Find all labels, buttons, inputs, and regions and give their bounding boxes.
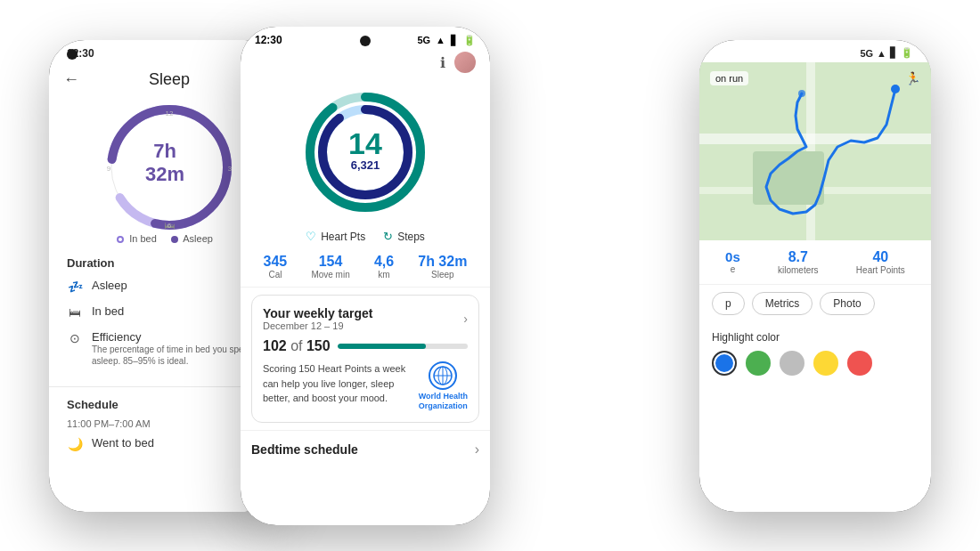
phone-running: 5G ▲ ▋ 🔋 <box>699 40 931 512</box>
wifi-icon: ▲ <box>436 35 445 45</box>
bedtime-chevron-icon: › <box>475 442 479 458</box>
km-run-label: kilometers <box>778 265 819 275</box>
color-gray[interactable] <box>780 351 804 376</box>
km-run-value: 8.7 <box>778 249 819 265</box>
target-description: Scoring 150 Heart Points a week can help… <box>263 361 410 406</box>
color-options <box>712 351 919 376</box>
run-stats-row: 0s e 8.7 kilometers 40 Heart Points <box>699 240 931 285</box>
sleep-value: 7h 32m <box>418 254 467 270</box>
phone-fitness: 12:30 5G ▲ ▋ 🔋 ℹ <box>241 27 490 525</box>
info-icon[interactable]: ℹ <box>440 54 445 71</box>
tab-metrics[interactable]: Metrics <box>752 292 813 315</box>
highlight-color-section: Highlight color <box>699 322 931 385</box>
bedtime-label: Bedtime schedule <box>251 442 358 457</box>
weekly-target-card[interactable]: Your weekly target December 12 – 19 › 10… <box>251 295 479 423</box>
wenttobed-label: Went to bed <box>92 436 263 450</box>
camera-hole-left <box>67 49 78 60</box>
route-svg <box>699 62 931 240</box>
run-stat-km: 8.7 kilometers <box>778 249 819 275</box>
signal-text-right: 5G <box>860 48 873 59</box>
schedule-time: 11:00 PM–7:00 AM <box>67 418 263 429</box>
heart-pts-icon: ♡ <box>306 230 316 243</box>
status-time-center: 12:30 <box>255 34 282 46</box>
map-container: on run 🏃 <box>699 62 931 240</box>
stat-movemin: 154 Move min <box>311 254 349 280</box>
heartpts-legend: ♡ Heart Pts <box>306 230 365 243</box>
map-background: on run 🏃 <box>699 62 931 240</box>
sleep-label: Sleep <box>418 270 467 280</box>
moon-icon: 🌙 <box>67 437 83 451</box>
signal-text-center: 5G <box>417 35 430 45</box>
ring-main-value: 14 <box>348 128 382 158</box>
ring-sub-value: 6,321 <box>348 158 382 172</box>
tab-p[interactable]: p <box>712 292 745 315</box>
stat-cal: 345 Cal <box>264 254 288 280</box>
run-icon: 🏃 <box>905 71 920 85</box>
zzz-icon: 💤 <box>67 280 83 294</box>
camera-hole-center <box>360 36 371 46</box>
signal-bars-right: ▋ <box>890 47 897 59</box>
color-blue[interactable] <box>712 351 737 376</box>
km-label: km <box>374 270 394 280</box>
run-label: on run <box>710 71 748 85</box>
steps-icon: ↻ <box>383 230 393 243</box>
run-stat-heartpts: 40 Heart Points <box>856 249 905 275</box>
cal-label: Cal <box>264 270 288 280</box>
svg-text:6: 6 <box>167 222 172 230</box>
km-value: 4,6 <box>374 254 394 270</box>
back-arrow-icon[interactable]: ← <box>63 70 79 89</box>
sleep-item-wenttobed: 🌙 Went to bed <box>67 434 263 453</box>
tab-photo[interactable]: Photo <box>820 292 874 315</box>
stat-placeholder: 0s e <box>725 249 740 275</box>
fitness-stats-row: 345 Cal 154 Move min 4,6 km 7h 32m Sleep <box>241 247 490 288</box>
sleep-item-asleep: 💤 Asleep <box>67 277 263 296</box>
activity-legend: ♡ Heart Pts ↻ Steps <box>241 223 490 247</box>
sleep-title: Sleep <box>90 70 249 89</box>
svg-point-21 <box>891 85 900 93</box>
stat-km: 4,6 km <box>374 254 394 280</box>
ring-chart-container: 14 6,321 <box>241 85 490 219</box>
asleep-label: Asleep <box>92 279 263 292</box>
svg-point-22 <box>798 90 805 97</box>
who-logo: World HealthOrganization <box>419 361 468 411</box>
svg-text:3: 3 <box>228 165 233 173</box>
who-emblem <box>429 361 457 390</box>
weekly-target-header: Your weekly target December 12 – 19 › <box>263 306 468 331</box>
chevron-right-icon: › <box>463 312 468 326</box>
progress-bar-fill <box>338 344 427 349</box>
heartpts-label: Heart Pts <box>321 231 365 243</box>
battery-icon-right: 🔋 <box>901 47 913 59</box>
svg-text:9: 9 <box>107 165 111 173</box>
battery-icon: 🔋 <box>463 35 476 46</box>
highlight-color-label: Highlight color <box>712 331 919 344</box>
heartpts-run-value: 40 <box>856 249 905 265</box>
schedule-title: Schedule <box>67 398 263 411</box>
color-yellow[interactable] <box>813 351 838 376</box>
profile-row: ℹ <box>241 50 490 77</box>
progress-bar-bg <box>338 344 468 349</box>
sleep-duration: 7h 32m <box>132 140 199 186</box>
duration-title: Duration <box>67 256 263 270</box>
color-green[interactable] <box>746 351 771 376</box>
svg-text:12: 12 <box>166 109 174 117</box>
color-red[interactable] <box>847 351 872 376</box>
bedtime-row[interactable]: Bedtime schedule › <box>241 430 490 468</box>
progress-total: 150 <box>306 338 331 353</box>
progress-row: 102 of 150 <box>263 338 468 354</box>
status-bar-right: 5G ▲ ▋ 🔋 <box>699 40 931 62</box>
bed-icon: 🛏 <box>67 305 83 320</box>
movemin-value: 154 <box>311 254 349 270</box>
sleep-time-center: 7h 32m <box>132 140 199 186</box>
inbed-label: In bed <box>92 304 263 318</box>
steps-legend: ↻ Steps <box>383 230 425 243</box>
stat-sleep: 7h 32m Sleep <box>418 254 467 280</box>
photo-tabs: p Metrics Photo <box>699 285 931 322</box>
ring-center-values: 14 6,321 <box>348 128 382 172</box>
scene: 12:30 ← Sleep <box>0 0 980 551</box>
cal-value: 345 <box>264 254 288 270</box>
target-body: Scoring 150 Heart Points a week can help… <box>263 361 468 411</box>
user-avatar[interactable] <box>454 52 476 73</box>
movemin-label: Move min <box>311 270 349 280</box>
sleep-item-inbed: 🛏 In bed <box>67 303 263 321</box>
heartpts-run-label: Heart Points <box>856 265 905 275</box>
